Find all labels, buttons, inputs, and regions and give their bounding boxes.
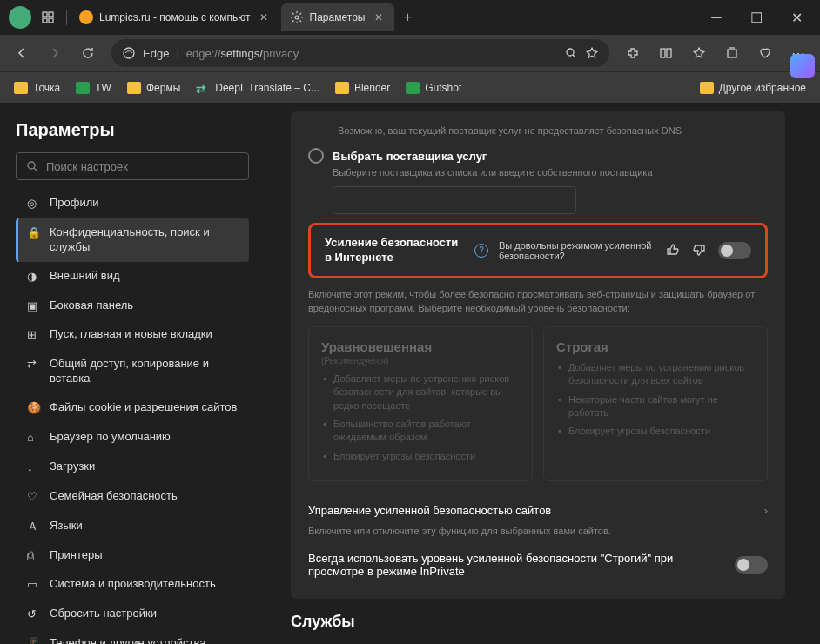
titlebar: Lumpics.ru - помощь с компьют ✕ Параметр… [0, 0, 820, 35]
security-title: Усиление безопасности в Интернете [325, 236, 464, 265]
enhanced-security-header: Усиление безопасности в Интернете ? Вы д… [308, 223, 768, 278]
provider-input[interactable] [333, 186, 576, 214]
bookmark-item[interactable]: TW [71, 78, 117, 97]
services-heading: Службы [291, 613, 785, 631]
sidebar-item[interactable]: ▣Боковая панель [16, 292, 249, 321]
strict-card[interactable]: Строгая Добавляет меры по устранению рис… [543, 326, 768, 481]
bookmark-item[interactable]: Gutshot [400, 78, 467, 97]
nav-icon: 🍪 [27, 401, 41, 416]
sidebar-item[interactable]: 🔒Конфиденциальность, поиск и службы [16, 218, 249, 262]
sidebar-item[interactable]: ⌂Браузер по умолчанию [16, 423, 249, 453]
sidebar-item[interactable]: 📱Телефон и другие устройства [16, 629, 249, 644]
workspaces-icon[interactable] [37, 6, 59, 29]
collections-icon[interactable] [717, 38, 747, 68]
heart-icon[interactable] [750, 38, 780, 68]
chevron-right-icon: › [764, 504, 768, 517]
bookmarks-bar: Точка TW Фермы ⇄DeepL Translate – C... B… [0, 71, 820, 103]
svg-rect-3 [49, 18, 53, 23]
address-bar[interactable]: Edge | edge://settings/privacy [111, 39, 609, 67]
inprivate-toggle[interactable] [735, 556, 768, 574]
bookmark-item[interactable]: Фермы [122, 78, 185, 97]
nav-icon: ⌂ [27, 431, 41, 446]
tab-settings[interactable]: Параметры ✕ [281, 3, 394, 31]
minimize-button[interactable]: ─ [696, 0, 736, 35]
security-toggle[interactable] [718, 242, 751, 259]
toolbar: Edge | edge://settings/privacy ⋯ [0, 35, 820, 71]
info-icon[interactable]: ? [474, 244, 488, 258]
svg-rect-0 [43, 12, 47, 17]
sidebar-item[interactable]: ◑Внешний вид [16, 262, 249, 292]
bookmark-item[interactable]: ⇄DeepL Translate – C... [191, 78, 325, 97]
browser-label: Edge [143, 47, 169, 60]
sidebar-item[interactable]: ▭Система и производительность [16, 570, 249, 600]
nav-icon: Ａ [27, 520, 41, 534]
split-icon[interactable] [651, 38, 681, 68]
close-icon[interactable]: ✕ [257, 10, 271, 24]
folder-icon [700, 82, 714, 94]
nav-icon: ◎ [27, 197, 41, 211]
svg-rect-8 [667, 49, 671, 57]
nav-icon: ↺ [27, 607, 41, 622]
folder-icon [335, 82, 349, 94]
site-icon [76, 82, 90, 94]
svg-point-5 [124, 48, 134, 58]
back-button[interactable] [7, 38, 37, 68]
folder-icon [127, 82, 141, 94]
thumbs-up-icon[interactable] [666, 243, 682, 258]
sidebar-item[interactable]: ↓Загрузки [16, 453, 249, 482]
bookmark-item[interactable]: Blender [330, 78, 395, 97]
svg-rect-9 [728, 50, 736, 57]
bookmark-item[interactable]: Точка [9, 78, 65, 97]
sidebar-item[interactable]: ⎙Принтеры [16, 541, 249, 571]
tab-lumpics[interactable]: Lumpics.ru - помощь с компьют ✕ [71, 3, 279, 31]
forward-button[interactable] [40, 38, 70, 68]
nav-icon: ⎙ [27, 549, 41, 564]
refresh-button[interactable] [73, 38, 103, 68]
settings-sidebar: Параметры Поиск настроек ◎Профили🔒Конфид… [0, 103, 265, 644]
nav-icon: ◑ [27, 270, 41, 285]
profile-avatar[interactable] [9, 6, 31, 29]
inprivate-strict-toggle-row: Всегда использовать уровень усиленной бе… [308, 545, 768, 585]
sidebar-item[interactable]: ◎Профили [16, 189, 249, 218]
balanced-card[interactable]: Уравновешенная (Рекомендуется) Добавляет… [308, 326, 533, 481]
extensions-icon[interactable] [618, 38, 648, 68]
favorite-icon[interactable] [585, 46, 599, 60]
new-tab-button[interactable]: + [396, 5, 420, 30]
provider-radio[interactable]: Выбрать поставщика услуг [308, 148, 768, 164]
nav-icon: ⊞ [27, 328, 41, 343]
maximize-button[interactable]: ☐ [736, 0, 776, 35]
close-icon[interactable]: ✕ [372, 10, 386, 24]
url-text: edge://settings/privacy [186, 47, 299, 60]
other-bookmarks[interactable]: Другое избранное [695, 78, 811, 97]
nav-icon: ▭ [27, 578, 41, 593]
svg-rect-1 [49, 12, 53, 17]
search-icon[interactable] [564, 46, 578, 60]
settings-search[interactable]: Поиск настроек [16, 152, 249, 180]
svg-rect-7 [661, 49, 665, 57]
sidebar-item[interactable]: 🍪Файлы cookie и разрешения сайтов [16, 393, 249, 423]
folder-icon [14, 82, 28, 94]
nav-icon: ▣ [27, 299, 41, 314]
sidebar-item[interactable]: ⇄Общий доступ, копирование и вставка [16, 350, 249, 393]
nav-icon: ↓ [27, 460, 41, 475]
nav-icon: 🔒 [27, 226, 41, 241]
radio-icon [308, 148, 324, 164]
sidebar-item[interactable]: ⊞Пуск, главная и новые вкладки [16, 320, 249, 350]
svg-point-6 [567, 49, 574, 56]
gear-icon [290, 10, 304, 24]
deepl-icon: ⇄ [196, 82, 210, 94]
sidebar-title: Параметры [16, 120, 249, 140]
favicon [79, 10, 93, 24]
copilot-button[interactable] [790, 54, 815, 78]
site-icon [406, 82, 420, 94]
sidebar-item[interactable]: ＡЯзыки [16, 512, 249, 541]
thumbs-down-icon[interactable] [692, 243, 708, 258]
svg-point-10 [28, 162, 35, 169]
close-window-button[interactable]: ✕ [776, 0, 817, 35]
sidebar-item[interactable]: ♡Семейная безопасность [16, 482, 249, 512]
edge-icon [122, 46, 136, 60]
nav-icon: ♡ [27, 490, 41, 505]
manage-security-link[interactable]: Управление усиленной безопасностью сайто… [308, 495, 768, 526]
sidebar-item[interactable]: ↺Сбросить настройки [16, 600, 249, 629]
favorites-icon[interactable] [684, 38, 714, 68]
